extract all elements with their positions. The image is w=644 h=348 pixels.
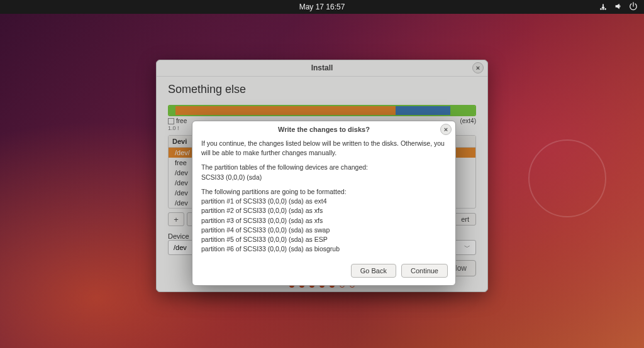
- svg-point-0: [600, 8, 602, 10]
- list-item: partition #5 of SCSI33 (0,0,0) (sda) as …: [201, 235, 447, 244]
- pt-heading: The partition tables of the following de…: [201, 163, 368, 171]
- svg-point-1: [602, 8, 604, 10]
- list-item: partition #6 of SCSI33 (0,0,0) (sda) as …: [201, 244, 447, 254]
- svg-point-2: [604, 8, 606, 10]
- system-tray[interactable]: [599, 2, 638, 13]
- list-item: partition #4 of SCSI33 (0,0,0) (sda) as …: [201, 226, 447, 235]
- dialog-title: Write the changes to disks?: [278, 126, 370, 133]
- list-item: partition #3 of SCSI33 (0,0,0) (sda) as …: [201, 216, 447, 226]
- network-icon[interactable]: [599, 2, 608, 13]
- topbar-datetime[interactable]: May 17 16:57: [299, 3, 345, 11]
- fmt-heading: The following partitions are going to be…: [201, 187, 447, 197]
- dialog-intro: If you continue, the changes listed belo…: [201, 139, 447, 158]
- close-icon[interactable]: ×: [440, 124, 452, 135]
- confirm-write-dialog: Write the changes to disks? × If you con…: [192, 121, 456, 286]
- dialog-titlebar[interactable]: Write the changes to disks? ×: [192, 121, 455, 138]
- gnome-topbar: May 17 16:57: [0, 0, 644, 14]
- list-item: partition #1 of SCSI33 (0,0,0) (sda) as …: [201, 197, 447, 206]
- dialog-body: If you continue, the changes listed belo…: [192, 138, 455, 260]
- go-back-button[interactable]: Go Back: [351, 264, 396, 278]
- continue-button[interactable]: Continue: [401, 264, 448, 278]
- power-icon[interactable]: [629, 2, 638, 13]
- dialog-footer: Go Back Continue: [192, 260, 455, 285]
- partition-list: partition #1 of SCSI33 (0,0,0) (sda) as …: [201, 197, 447, 254]
- list-item: partition #2 of SCSI33 (0,0,0) (sda) as …: [201, 206, 447, 215]
- volume-icon[interactable]: [614, 2, 623, 13]
- pt-device: SCSI33 (0,0,0) (sda): [201, 173, 262, 181]
